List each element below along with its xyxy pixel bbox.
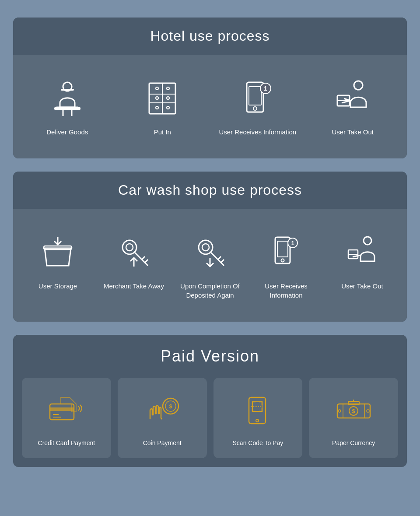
person-box-icon xyxy=(331,77,374,120)
svg-line-38 xyxy=(218,256,221,260)
hotel-item-put-in: Put In xyxy=(117,68,208,145)
hotel-body: Deliver Goods xyxy=(13,55,407,158)
svg-point-67 xyxy=(338,410,341,412)
svg-text:1: 1 xyxy=(291,240,294,246)
svg-point-61 xyxy=(256,419,259,422)
svg-point-30 xyxy=(126,244,133,251)
user-receives-label: User Receives Information xyxy=(219,127,296,137)
svg-rect-42 xyxy=(277,241,288,257)
put-in-label: Put In xyxy=(154,127,171,137)
svg-point-36 xyxy=(202,244,209,251)
credit-card-label: Credit Card Payment xyxy=(38,439,95,448)
carwash-item-upon-completion: Upon Completion Of Deposited Again xyxy=(174,222,246,309)
svg-point-29 xyxy=(122,240,136,254)
paid-item-credit-card: Credit Card Payment xyxy=(22,378,111,458)
svg-rect-1 xyxy=(61,89,74,91)
paid-body: Credit Card Payment $ Coin Payment xyxy=(13,378,407,467)
carwash-title: Car wash shop use process xyxy=(22,182,398,198)
key-up-icon xyxy=(112,231,156,274)
svg-point-47 xyxy=(364,237,371,245)
merchant-take-away-label: Merchant Take Away xyxy=(104,281,164,291)
svg-text:$: $ xyxy=(169,404,172,410)
svg-rect-52 xyxy=(50,407,74,411)
user-take-out-label: User Take Out xyxy=(332,127,374,137)
svg-point-43 xyxy=(281,259,284,262)
paid-item-coin: $ Coin Payment xyxy=(118,378,207,458)
svg-text:$: $ xyxy=(352,408,355,414)
carwash-body: User Storage Merchant Tak xyxy=(13,209,407,322)
deliver-goods-label: Deliver Goods xyxy=(46,127,88,137)
coin-payment-label: Coin Payment xyxy=(143,439,182,448)
svg-line-33 xyxy=(145,260,148,263)
user-take-out-2-label: User Take Out xyxy=(341,281,383,291)
svg-point-18 xyxy=(253,107,257,110)
paid-section: Paid Version xyxy=(13,335,407,467)
svg-point-68 xyxy=(367,410,369,412)
delivery-person-icon xyxy=(46,77,89,120)
storage-basket-icon xyxy=(36,231,80,274)
hotel-title: Hotel use process xyxy=(22,28,398,44)
hotel-item-deliver-goods: Deliver Goods xyxy=(22,68,113,145)
hotel-section: Hotel use process xyxy=(13,18,407,158)
carwash-item-user-storage: User Storage xyxy=(22,222,94,309)
svg-point-14 xyxy=(167,97,169,99)
carwash-item-merchant-take-away: Merchant Take Away xyxy=(98,222,170,309)
user-receives-2-label: User Receives Information xyxy=(255,281,318,300)
svg-point-22 xyxy=(354,81,363,90)
svg-point-15 xyxy=(167,106,169,109)
carwash-item-user-receives: 1 User Receives Information xyxy=(250,222,322,309)
svg-text:1: 1 xyxy=(264,85,267,92)
svg-point-35 xyxy=(199,240,213,254)
svg-line-32 xyxy=(142,256,145,260)
svg-point-12 xyxy=(156,106,158,109)
upon-completion-label: Upon Completion Of Deposited Again xyxy=(178,281,242,300)
svg-point-13 xyxy=(167,87,169,90)
hotel-item-user-take-out: User Take Out xyxy=(308,68,399,145)
paid-title: Paid Version xyxy=(22,347,398,365)
paid-header: Paid Version xyxy=(13,335,407,378)
phone-notification-icon: 1 xyxy=(236,77,280,120)
key-down-icon xyxy=(188,231,232,274)
phone-notification-2-icon: 1 xyxy=(264,231,308,274)
paper-currency-label: Paper Currency xyxy=(332,439,375,448)
svg-rect-3 xyxy=(54,107,80,110)
svg-line-48 xyxy=(353,255,360,257)
user-storage-label: User Storage xyxy=(38,281,77,291)
paper-currency-icon: $ xyxy=(334,391,373,430)
credit-card-icon xyxy=(47,391,86,430)
coin-payment-icon: $ xyxy=(143,391,182,430)
scan-code-label: Scan Code To Pay xyxy=(233,439,284,448)
scan-code-icon xyxy=(238,391,277,430)
person-box-2-icon xyxy=(340,231,384,274)
hotel-header: Hotel use process xyxy=(13,18,407,55)
hotel-item-user-receives: 1 User Receives Information xyxy=(212,68,303,145)
svg-point-10 xyxy=(156,87,158,90)
carwash-header: Car wash shop use process xyxy=(13,172,407,209)
paid-item-paper-currency: $ Paper Currency xyxy=(309,378,398,458)
paid-item-scan-code: Scan Code To Pay xyxy=(214,378,303,458)
carwash-section: Car wash shop use process User Storage xyxy=(13,172,407,322)
svg-line-39 xyxy=(221,260,224,263)
locker-icon xyxy=(140,77,184,120)
svg-rect-17 xyxy=(249,87,261,105)
carwash-item-user-take-out: User Take Out xyxy=(326,222,398,309)
svg-point-11 xyxy=(156,97,158,99)
